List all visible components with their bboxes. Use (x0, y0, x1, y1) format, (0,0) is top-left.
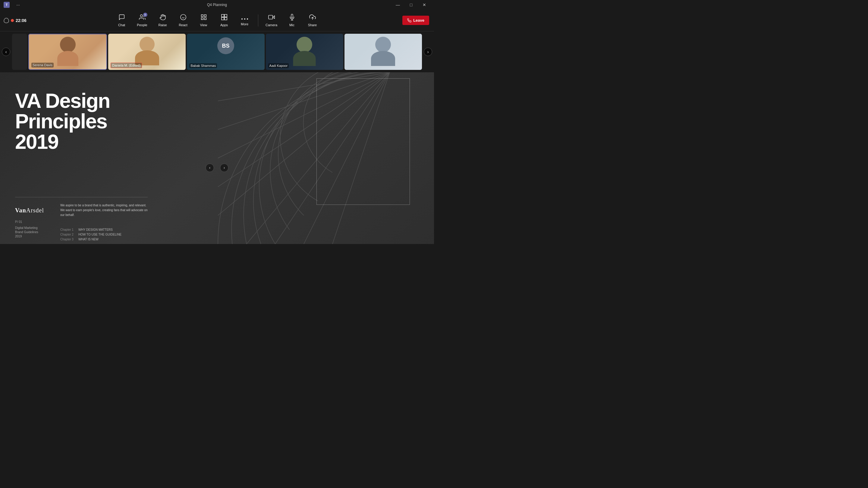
svg-rect-7 (201, 18, 203, 20)
svg-marker-15 (273, 16, 274, 19)
leave-label: Leave (413, 18, 424, 23)
react-label: React (179, 23, 187, 27)
apps-label: Apps (220, 23, 228, 27)
recording-indicator: 22:06 (4, 18, 27, 23)
leave-button[interactable]: Leave (402, 16, 429, 25)
slide-footer-left: Digital Marketing Brand Guidelines 2019 (15, 226, 38, 238)
teams-app-icon: T (4, 2, 10, 8)
video-thumb-placeholder[interactable] (12, 34, 27, 70)
share-icon (309, 14, 316, 22)
title-menu-button[interactable]: ··· (12, 1, 24, 9)
mic-button[interactable]: Mic (282, 11, 302, 30)
svg-point-1 (180, 14, 186, 20)
svg-rect-11 (224, 18, 227, 20)
slide-divider-line (15, 197, 148, 197)
people-label: People (137, 23, 147, 27)
view-icon (200, 14, 207, 22)
slide-chapters: Chapter 1 WHY DESIGN MATTERS Chapter 2 H… (60, 228, 121, 241)
camera-label: Camera (266, 23, 277, 27)
react-button[interactable]: React (174, 11, 193, 30)
raise-icon (159, 14, 166, 22)
apps-icon (221, 14, 227, 22)
serena-avatar (60, 37, 76, 53)
meeting-timer: 22:06 (16, 18, 27, 23)
fifth-avatar (375, 37, 391, 53)
window-title: Q4 Planning (207, 3, 227, 7)
video-strip: ‹ Serena Davis Daniela M. (Edited) BS Ba… (0, 31, 434, 72)
slide-content: VA Design Principles 2019 VanArsdel We a… (0, 72, 434, 244)
fifth-body (371, 51, 395, 66)
svg-rect-9 (224, 14, 227, 17)
raise-button[interactable]: Raise (153, 11, 173, 30)
serena-name: Serena Davis (31, 63, 54, 67)
strip-next-button[interactable]: › (424, 47, 432, 56)
babak-name: Babak Shammas (189, 63, 217, 68)
toolbar-center: Chat 9 People (112, 11, 322, 30)
svg-point-13 (244, 19, 245, 20)
share-label: Share (308, 23, 317, 27)
svg-point-14 (247, 19, 248, 20)
people-icon: 9 (139, 14, 146, 22)
mic-label: Mic (289, 23, 294, 27)
serena-body (57, 51, 79, 66)
video-thumb-aadi[interactable]: Aadi Kapoor (266, 34, 343, 70)
video-thumb-serena[interactable]: Serena Davis (28, 34, 107, 70)
close-button[interactable]: ✕ (418, 1, 430, 9)
svg-rect-10 (221, 18, 224, 20)
chat-label: Chat (118, 23, 125, 27)
shield-icon (4, 18, 9, 23)
video-thumb-fifth[interactable] (344, 34, 422, 70)
react-icon (180, 14, 187, 22)
title-bar: T ··· Q4 Planning — □ ✕ (0, 0, 434, 10)
chat-button[interactable]: Chat (112, 11, 131, 30)
more-label: More (241, 22, 248, 26)
slide-decorative-box (316, 78, 410, 205)
strip-prev-button[interactable]: ‹ (2, 47, 10, 56)
minimize-button[interactable]: — (392, 1, 404, 9)
view-label: View (200, 23, 207, 27)
aadi-body (293, 51, 316, 66)
apps-button[interactable]: Apps (215, 11, 234, 30)
slide-navigation: ‹ › (206, 164, 228, 172)
slide-page-num: P/ 01 (15, 220, 22, 224)
svg-rect-6 (204, 18, 206, 20)
slide-title-line1: VA Design Principles 2019 (15, 90, 110, 152)
chat-icon (119, 14, 125, 22)
view-button[interactable]: View (194, 11, 213, 30)
people-button[interactable]: 9 People (133, 11, 152, 30)
raise-label: Raise (158, 23, 167, 27)
slide-logo: VanArsdel (15, 207, 44, 214)
share-button[interactable]: Share (303, 11, 322, 30)
video-thumb-babak[interactable]: BS Babak Shammas (187, 34, 264, 70)
video-thumb-daniela[interactable]: Daniela M. (Edited) (108, 34, 186, 70)
maximize-button[interactable]: □ (405, 1, 417, 9)
leave-phone-icon (407, 19, 411, 23)
more-button[interactable]: More (235, 11, 254, 30)
camera-button[interactable]: Camera (262, 11, 281, 30)
daniela-name: Daniela M. (Edited) (111, 63, 142, 68)
daniela-avatar (140, 37, 155, 52)
svg-rect-8 (221, 14, 224, 17)
aadi-avatar (297, 37, 312, 53)
toolbar-divider (258, 14, 258, 27)
slide-title-area: VA Design Principles 2019 (15, 90, 110, 152)
recording-dot (11, 19, 14, 22)
slide-tagline: We aspire to be a brand that is authenti… (60, 203, 151, 218)
slide-next-button[interactable]: › (220, 164, 228, 172)
title-bar-left: T ··· (4, 1, 24, 9)
aadi-name: Aadi Kapoor (268, 63, 289, 68)
camera-icon (268, 14, 275, 22)
slide-prev-button[interactable]: ‹ (206, 164, 214, 172)
window-controls: — □ ✕ (392, 1, 430, 9)
meeting-toolbar: 22:06 Chat 9 People (0, 10, 434, 31)
svg-rect-5 (204, 15, 206, 17)
people-badge: 9 (143, 13, 147, 17)
svg-point-0 (140, 15, 142, 17)
presentation-area: VA Design Principles 2019 VanArsdel We a… (0, 72, 434, 244)
mic-icon (289, 14, 296, 22)
main-content: ‹ Serena Davis Daniela M. (Edited) BS Ba… (0, 31, 434, 244)
more-icon (241, 15, 248, 21)
svg-point-12 (241, 19, 243, 20)
svg-rect-4 (201, 15, 203, 17)
babak-avatar-circle: BS (217, 37, 234, 54)
